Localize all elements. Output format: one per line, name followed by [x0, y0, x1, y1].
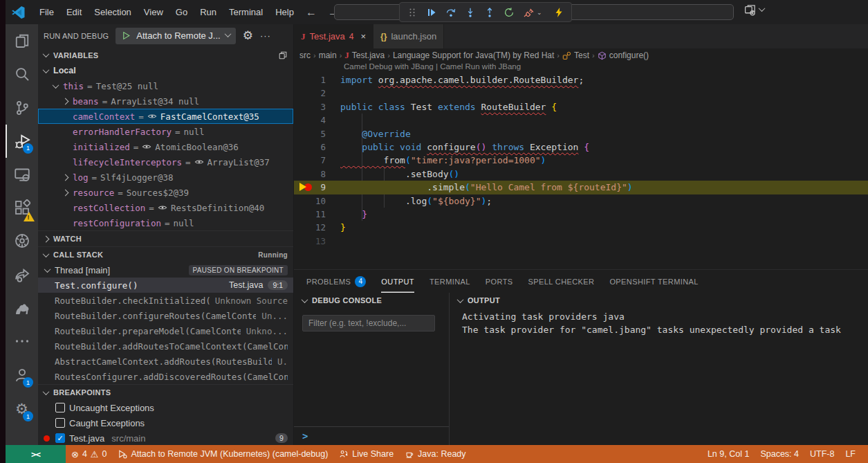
variable-row-lifecycleInterceptors[interactable]: lifecycleInterceptors=ArrayList@37: [38, 154, 293, 170]
activity-more[interactable]: [6, 325, 38, 358]
panel-tab-terminal[interactable]: TERMINAL: [430, 270, 470, 293]
variable-row-restCollection[interactable]: restCollection=RestsDefinition@40: [38, 200, 293, 215]
debug-settings-gear-icon[interactable]: ⚙: [243, 28, 253, 43]
variable-row-resource[interactable]: resource=Sources$2@39: [38, 185, 293, 200]
activity-kubernetes[interactable]: [6, 224, 38, 257]
step-into-button[interactable]: [462, 4, 479, 21]
stack-frame[interactable]: RouteBuilder.checkInitialized()Unknown S…: [38, 293, 293, 308]
activity-search[interactable]: [6, 57, 38, 91]
menu-view[interactable]: View: [138, 0, 169, 24]
breakpoint-checkbox[interactable]: ✓: [55, 433, 65, 443]
breakpoints-section-header[interactable]: BREAKPOINTS: [38, 384, 293, 400]
breadcrumb-item[interactable]: Language Support for Java(TM) by Red Hat: [393, 51, 554, 60]
menu-file[interactable]: File: [33, 0, 60, 24]
breakpoint-checkbox[interactable]: [55, 418, 65, 428]
eye-icon[interactable]: [194, 157, 204, 167]
copy-icon[interactable]: [278, 51, 288, 60]
code-line-11[interactable]: 11 }: [294, 208, 868, 221]
menu-edit[interactable]: Edit: [60, 0, 88, 24]
thread-row[interactable]: Thread [main]PAUSED ON BREAKPOINT: [38, 262, 293, 278]
restart-button[interactable]: [501, 4, 517, 21]
activity-extensions[interactable]: !: [6, 191, 38, 224]
menu-terminal[interactable]: Terminal: [223, 0, 269, 24]
eye-icon[interactable]: [158, 203, 167, 212]
code-line-10[interactable]: 10 .log("${body}");: [294, 194, 868, 208]
disconnect-button[interactable]: [520, 4, 537, 21]
call-stack-section-header[interactable]: CALL STACKRunning: [38, 246, 293, 262]
debug-target-status[interactable]: Attach to Remote JVM (Kubernetes) (camel…: [112, 445, 333, 463]
activity-settings[interactable]: ⚙1: [6, 392, 38, 426]
tab-launch-json[interactable]: {}launch.json: [373, 24, 444, 48]
code-line-2[interactable]: 2: [294, 87, 868, 100]
stack-frame[interactable]: Test.configure()Test.java9:1: [38, 278, 293, 293]
code-line-12[interactable]: 12}: [294, 221, 868, 234]
debug-more-actions-icon[interactable]: ···: [260, 30, 271, 41]
launch-config-dropdown[interactable]: Attach to Remote J...: [116, 28, 235, 44]
breadcrumb-item[interactable]: src: [299, 51, 311, 60]
activity-accounts[interactable]: 1: [6, 358, 38, 392]
variable-row-Local[interactable]: Local: [38, 63, 293, 78]
status-spaces[interactable]: Spaces: 4: [755, 445, 804, 463]
variable-row-camelContext[interactable]: camelContext=FastCamelContext@35: [38, 109, 293, 124]
live-share-status[interactable]: Live Share: [333, 445, 399, 463]
code-line-4[interactable]: 4: [294, 114, 868, 127]
variable-row-errorHandlerFactory[interactable]: errorHandlerFactory=null: [38, 124, 293, 139]
start-debug-icon[interactable]: [121, 30, 131, 41]
stack-frame[interactable]: RoutesConfigurer.addDiscoveredRoutes(Cam…: [38, 369, 293, 384]
breadcrumb-item[interactable]: JTest.java: [344, 50, 385, 61]
status-ln[interactable]: Ln 9, Col 1: [702, 445, 755, 463]
step-over-button[interactable]: [443, 4, 459, 21]
output-log[interactable]: Activating task providers javaThe task p…: [450, 308, 868, 336]
code-line-7[interactable]: 7 from("timer:java?period=1000"): [294, 154, 868, 167]
activity-source-control[interactable]: [6, 91, 38, 124]
code-line-13[interactable]: 13: [294, 235, 868, 248]
breadcrumb-item[interactable]: Test: [562, 51, 589, 60]
debug-console-filter-input[interactable]: Filter (e.g. text, !exclude,...: [302, 315, 435, 332]
breakpoint-row[interactable]: ✓Test.javasrc/main9: [38, 430, 293, 446]
activity-openshift[interactable]: [6, 257, 38, 291]
activity-remote-explorer[interactable]: [6, 158, 38, 191]
variable-row-beans[interactable]: beans=ArrayList@34 null: [38, 93, 293, 109]
output-header[interactable]: OUTPUT: [450, 293, 868, 308]
code-line-8[interactable]: 8 .setBody(): [294, 167, 868, 181]
variable-row-restConfiguration[interactable]: restConfiguration=null: [38, 215, 293, 230]
menu-selection[interactable]: Selection: [88, 0, 137, 24]
eye-icon[interactable]: [142, 142, 151, 152]
breakpoint-checkbox[interactable]: [55, 403, 65, 412]
status-utf-8[interactable]: UTF-8: [804, 445, 840, 463]
menu-go[interactable]: Go: [169, 0, 194, 24]
stack-frame[interactable]: RouteBuilder.addRoutesToCamelContext(Cam…: [38, 338, 293, 354]
stack-frame[interactable]: RouteBuilder.prepareModel(CamelContext)U…: [38, 323, 293, 338]
step-out-button[interactable]: [481, 4, 498, 21]
variable-row-log[interactable]: log=Slf4jLogger@38: [38, 170, 293, 185]
code-line-6[interactable]: 6 public void configure() throws Excepti…: [294, 140, 868, 154]
breakpoint-row[interactable]: Uncaught Exceptions: [38, 400, 293, 415]
codelens-links[interactable]: Camel Debug with JBang | Camel Run with …: [344, 62, 521, 73]
activity-explorer[interactable]: [6, 24, 38, 57]
tab-test-java[interactable]: JTest.java4×: [294, 24, 373, 48]
remote-indicator[interactable]: ><: [6, 445, 66, 463]
run-debug-editor-action[interactable]: [744, 4, 769, 16]
status-lf[interactable]: LF: [840, 445, 861, 463]
panel-tab-openshift-terminal[interactable]: OPENSHIFT TERMINAL: [609, 270, 698, 293]
variables-section-header[interactable]: VARIABLES: [38, 47, 293, 63]
problems-status[interactable]: ⊗ 4 ⚠ 0: [66, 445, 112, 463]
panel-tab-problems[interactable]: PROBLEMS4: [306, 270, 366, 293]
menu-help[interactable]: Help: [269, 0, 300, 24]
breakpoint-hit-icon[interactable]: [298, 181, 313, 194]
code-line-1[interactable]: 1import org.apache.camel.builder.RouteBu…: [294, 73, 868, 87]
activity-run-and-debug[interactable]: 1: [6, 125, 38, 158]
stack-frame[interactable]: RouteBuilder.configureRoutes(CamelContex…: [38, 308, 293, 323]
java-status[interactable]: Java: Ready: [399, 445, 471, 463]
code-line-5[interactable]: 5 @Override: [294, 127, 868, 140]
menu-run[interactable]: Run: [194, 0, 223, 24]
code-editor[interactable]: 1import org.apache.camel.builder.RouteBu…: [294, 73, 868, 269]
debug-console-header[interactable]: DEBUG CONSOLE: [294, 293, 449, 308]
code-line-3[interactable]: 3public class Test extends RouteBuilder …: [294, 100, 868, 114]
breadcrumb[interactable]: src›main›JTest.java›Language Support for…: [299, 48, 868, 62]
panel-tab-spell-checker[interactable]: SPELL CHECKER: [528, 270, 595, 293]
variable-row-initialized[interactable]: initialized=AtomicBoolean@36: [38, 139, 293, 154]
continue-button[interactable]: [423, 4, 440, 21]
stack-frame[interactable]: AbstractCamelContext.addRoutes(RoutesBui…: [38, 354, 293, 369]
eye-icon[interactable]: [147, 111, 157, 121]
